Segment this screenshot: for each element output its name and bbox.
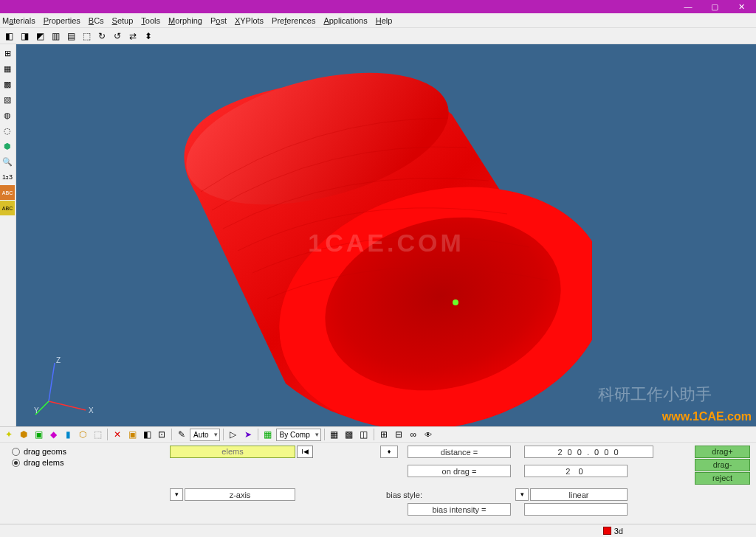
minimize-button[interactable]: — bbox=[675, 1, 701, 13]
axis-y-label: Y bbox=[34, 406, 39, 415]
biasint-label: bias intensity = bbox=[408, 503, 511, 516]
toolbar-icon-2[interactable]: ◨ bbox=[18, 30, 31, 43]
toolbar-icon-8[interactable]: ↺ bbox=[111, 30, 124, 43]
axis-triad: X Y Z bbox=[34, 357, 100, 416]
svg-line-4 bbox=[49, 401, 86, 410]
radio-drag-elems[interactable]: drag elems bbox=[12, 458, 66, 467]
axis-dropdown-arrow[interactable]: ▾ bbox=[170, 488, 183, 501]
side-icon-abc1[interactable]: ABC bbox=[0, 185, 15, 200]
watermark-corner-cn: 科研工作小助手 bbox=[598, 384, 712, 406]
toolbar-icon-4[interactable]: ▥ bbox=[49, 30, 62, 43]
tb2-icon-1[interactable]: ✦ bbox=[2, 428, 16, 441]
menu-bar: Materials Properties BCs Setup Tools Mor… bbox=[0, 13, 756, 28]
ondrag-input[interactable]: 2 0 bbox=[524, 465, 628, 477]
tb2-eye-icon[interactable]: 👁 bbox=[422, 428, 435, 441]
distance-input[interactable]: 2 0 0 . 0 0 0 bbox=[524, 446, 653, 458]
toolbar-icon-1[interactable]: ◧ bbox=[2, 30, 16, 43]
side-icon-4[interactable]: ▧ bbox=[0, 92, 15, 107]
drag-minus-button[interactable]: drag- bbox=[695, 459, 750, 471]
tb2-icon-11[interactable]: ⊡ bbox=[155, 428, 168, 441]
radio-dot-elems bbox=[12, 459, 20, 467]
toolbar-icon-3[interactable]: ◩ bbox=[33, 30, 47, 43]
watermark-corner-url: www.1CAE.com bbox=[662, 410, 752, 423]
tb2-link-icon[interactable]: ∞ bbox=[407, 428, 420, 441]
tb2-bycomp-dropdown[interactable]: By Comp bbox=[276, 429, 321, 441]
distance-label: distance = bbox=[408, 446, 511, 458]
side-icon-search[interactable]: 🔍 bbox=[0, 154, 15, 169]
reject-button[interactable]: reject bbox=[695, 472, 750, 485]
tb2-wand-icon[interactable]: ✎ bbox=[175, 428, 188, 441]
elems-selector-button[interactable]: elems bbox=[170, 446, 295, 458]
menu-help[interactable]: Help bbox=[376, 16, 393, 25]
status-color-swatch bbox=[603, 527, 611, 535]
side-icon-1[interactable]: ⊞ bbox=[0, 46, 15, 60]
menu-post[interactable]: Post bbox=[210, 16, 227, 25]
toolbar-icon-9[interactable]: ⇄ bbox=[126, 30, 140, 43]
menu-preferences[interactable]: Preferences bbox=[272, 16, 315, 25]
ondrag-label: on drag = bbox=[408, 465, 511, 477]
toolbar-icon-10[interactable]: ⬍ bbox=[142, 30, 155, 43]
menu-bcs[interactable]: BCs bbox=[89, 16, 104, 25]
tb2-mesh2-icon[interactable]: ⊟ bbox=[392, 428, 405, 441]
menu-morphing[interactable]: Morphing bbox=[168, 16, 202, 25]
radio-label-elems: drag elems bbox=[24, 458, 63, 467]
tb2-icon-5[interactable]: ▮ bbox=[61, 428, 75, 441]
title-bar: — ▢ ✕ bbox=[0, 0, 756, 13]
radio-label-geoms: drag geoms bbox=[24, 447, 66, 456]
radio-drag-geoms[interactable]: drag geoms bbox=[12, 447, 66, 456]
elems-toggle[interactable]: I◀ bbox=[297, 446, 313, 458]
side-icon-7[interactable]: ⬢ bbox=[0, 139, 15, 153]
close-button[interactable]: ✕ bbox=[728, 1, 755, 13]
toolbar-bottom: ✦ ⬢ ▣ ◆ ▮ ⬡ ⬚ ✕ ▣ ◧ ⊡ ✎ Auto ▷ ➤ ▦ By Co… bbox=[0, 426, 756, 443]
tb2-icon-3[interactable]: ▣ bbox=[32, 428, 45, 441]
tb2-shaded-icon[interactable]: ▩ bbox=[343, 428, 356, 441]
tb2-folder-icon[interactable]: ▣ bbox=[126, 428, 139, 441]
menu-tools[interactable]: Tools bbox=[141, 16, 160, 25]
side-toolbar: ⊞ ▦ ▩ ▧ ◍ ◌ ⬢ 🔍 1₂3 ABC ABC bbox=[0, 44, 16, 426]
tb2-cursor-icon[interactable]: ➤ bbox=[241, 428, 255, 441]
menu-setup[interactable]: Setup bbox=[112, 16, 134, 25]
biasstyle-value[interactable]: linear bbox=[530, 488, 628, 501]
toolbar-icon-7[interactable]: ↻ bbox=[95, 30, 109, 43]
radio-dot-geoms bbox=[12, 448, 20, 456]
maximize-button[interactable]: ▢ bbox=[701, 1, 728, 13]
menu-applications[interactable]: Applications bbox=[323, 16, 367, 25]
biasint-input[interactable] bbox=[524, 503, 628, 516]
tb2-delete-icon[interactable]: ✕ bbox=[111, 428, 124, 441]
axis-dropdown[interactable]: z-axis bbox=[185, 488, 295, 501]
tb2-icon-6[interactable]: ⬡ bbox=[76, 428, 89, 441]
toolbar-icon-5[interactable]: ▤ bbox=[64, 30, 78, 43]
tb2-play-icon[interactable]: ▷ bbox=[227, 428, 240, 441]
tb2-icon-10[interactable]: ◧ bbox=[140, 428, 154, 441]
menu-properties[interactable]: Properties bbox=[44, 16, 80, 25]
toolbar-icon-6[interactable]: ⬚ bbox=[80, 30, 93, 43]
toolbar-top: ◧ ◨ ◩ ▥ ▤ ⬚ ↻ ↺ ⇄ ⬍ bbox=[0, 28, 756, 44]
viewport-3d[interactable]: 1CAE.COM 科研工作小助手 www.1CAE.com X Y Z bbox=[16, 44, 756, 426]
status-mode-label: 3d bbox=[614, 527, 623, 536]
side-icon-2[interactable]: ▦ bbox=[0, 61, 15, 76]
menu-xyplots[interactable]: XYPlots bbox=[235, 16, 264, 25]
side-icon-3[interactable]: ▩ bbox=[0, 77, 15, 91]
svg-point-3 bbox=[453, 299, 458, 305]
side-icon-6[interactable]: ◌ bbox=[0, 123, 15, 138]
axis-z-label: Z bbox=[56, 357, 61, 364]
distance-spinner[interactable]: ♦ bbox=[380, 446, 398, 458]
drag-plus-button[interactable]: drag+ bbox=[695, 446, 750, 458]
tb2-mesh1-icon[interactable]: ⊞ bbox=[377, 428, 391, 441]
tb2-comp-icon[interactable]: ▦ bbox=[261, 428, 275, 441]
biasstyle-dropdown-arrow[interactable]: ▾ bbox=[515, 488, 529, 501]
side-icon-9[interactable]: 1₂3 bbox=[0, 170, 15, 184]
biasstyle-label: bias style: bbox=[378, 488, 422, 501]
side-icon-5[interactable]: ◍ bbox=[0, 108, 15, 122]
tb2-trans-icon[interactable]: ◫ bbox=[357, 428, 371, 441]
menu-materials[interactable]: Materials bbox=[2, 16, 35, 25]
tb2-wire-icon[interactable]: ▦ bbox=[328, 428, 341, 441]
tb2-icon-4[interactable]: ◆ bbox=[47, 428, 60, 441]
command-panel: drag geoms drag elems elems I◀ ▾ z-axis … bbox=[0, 443, 756, 537]
tb2-icon-2[interactable]: ⬢ bbox=[17, 428, 30, 441]
tb2-icon-7[interactable]: ⬚ bbox=[91, 428, 104, 441]
status-bar: 3d bbox=[0, 524, 756, 537]
axis-x-label: X bbox=[89, 406, 94, 415]
side-icon-abc2[interactable]: ABC bbox=[0, 201, 15, 215]
tb2-auto-dropdown[interactable]: Auto bbox=[190, 429, 220, 441]
